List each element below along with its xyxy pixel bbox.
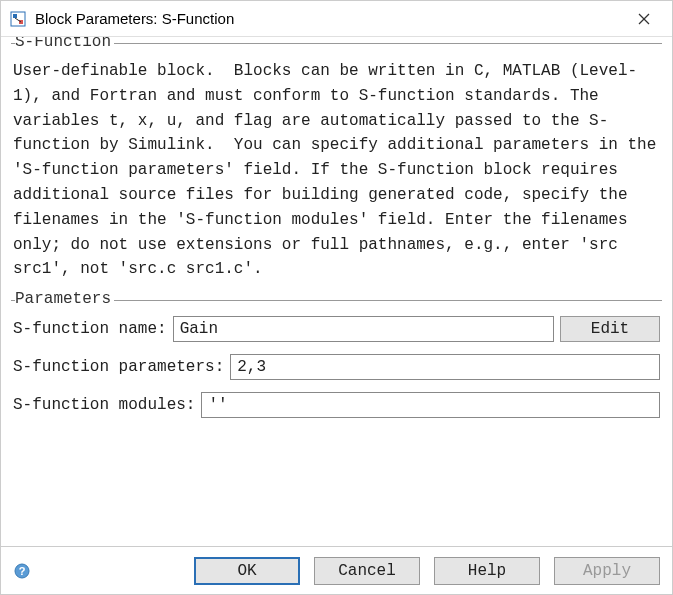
dialog-content: S-Function User-definable block. Blocks …	[1, 37, 672, 546]
svg-text:?: ?	[19, 565, 26, 577]
sfunction-params-label: S-function parameters:	[13, 358, 224, 376]
sfunction-legend: S-Function	[15, 37, 114, 51]
sfunction-params-row: S-function parameters:	[13, 354, 660, 380]
sfunction-params-input[interactable]	[230, 354, 660, 380]
parameters-legend: Parameters	[15, 290, 114, 308]
ok-button[interactable]: OK	[194, 557, 300, 585]
sfunction-modules-row: S-function modules:	[13, 392, 660, 418]
button-bar: ? OK Cancel Help Apply	[1, 546, 672, 594]
help-button[interactable]: Help	[434, 557, 540, 585]
edit-button[interactable]: Edit	[560, 316, 660, 342]
dialog-window: Block Parameters: S-Function S-Function …	[0, 0, 673, 595]
close-icon	[638, 13, 650, 25]
sfunction-modules-label: S-function modules:	[13, 396, 195, 414]
sfunction-name-input[interactable]	[173, 316, 554, 342]
sfunction-group: S-Function User-definable block. Blocks …	[11, 43, 662, 286]
sfunction-description: User-definable block. Blocks can be writ…	[13, 59, 660, 282]
sfunction-name-row: S-function name: Edit	[13, 316, 660, 342]
apply-button: Apply	[554, 557, 660, 585]
help-icon[interactable]: ?	[13, 562, 31, 580]
parameters-group: Parameters S-function name: Edit S-funct…	[11, 300, 662, 434]
close-button[interactable]	[624, 1, 664, 37]
app-icon	[9, 10, 27, 28]
sfunction-modules-input[interactable]	[201, 392, 660, 418]
titlebar: Block Parameters: S-Function	[1, 1, 672, 37]
window-title: Block Parameters: S-Function	[35, 10, 624, 27]
cancel-button[interactable]: Cancel	[314, 557, 420, 585]
sfunction-name-label: S-function name:	[13, 320, 167, 338]
svg-rect-1	[13, 14, 17, 18]
